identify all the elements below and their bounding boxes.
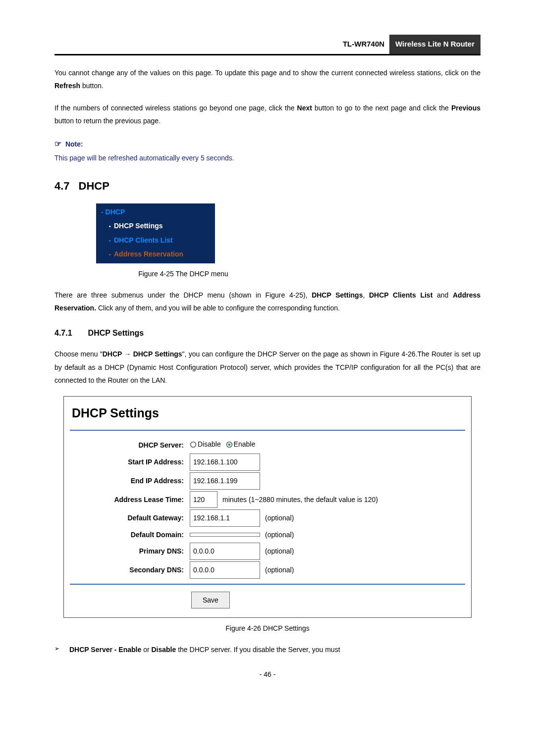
page-header: TL-WR740N Wireless Lite N Router (54, 35, 481, 55)
divider (70, 430, 465, 431)
input-primary-dns[interactable]: 0.0.0.0 (190, 543, 260, 560)
menu-item-dhcp-settings: •DHCP Settings (101, 219, 215, 233)
note-body: This page will be refreshed automaticall… (54, 151, 481, 165)
domain-hint: (optional) (260, 528, 294, 542)
paragraph-choose-menu: Choose menu "DHCP → DHCP Settings", you … (54, 348, 481, 387)
input-default-gateway[interactable]: 192.168.1.1 (190, 509, 260, 527)
radio-on-icon (226, 441, 233, 448)
label-lease-time: Address Lease Time: (70, 493, 190, 506)
svg-point-2 (228, 443, 230, 446)
paragraph-refresh: You cannot change any of the values on t… (54, 66, 481, 93)
gateway-hint: (optional) (260, 511, 294, 525)
section-heading-dhcp: 4.7DHCP (54, 176, 481, 197)
input-secondary-dns[interactable]: 0.0.0.0 (190, 561, 260, 579)
figure-4-26-caption: Figure 4-26 DHCP Settings (54, 622, 481, 635)
dhcp-settings-figure: DHCP Settings DHCP Server: Disable Enabl… (63, 396, 472, 618)
secondary-dns-hint: (optional) (260, 563, 294, 577)
label-default-gateway: Default Gateway: (70, 511, 190, 525)
svg-point-0 (191, 442, 196, 447)
input-start-ip[interactable]: 192.168.1.100 (190, 454, 260, 471)
input-default-domain[interactable] (190, 533, 260, 537)
input-end-ip[interactable]: 192.168.1.199 (190, 472, 260, 490)
dhcp-menu-figure: - DHCP •DHCP Settings •DHCP Clients List… (96, 203, 215, 263)
figure-4-25-caption: Figure 4-25 The DHCP menu (84, 267, 282, 281)
input-lease-time[interactable]: 120 (190, 491, 217, 508)
paragraph-submenus: There are three submenus under the DHCP … (54, 289, 481, 315)
bullet-dhcp-server: ➢ DHCP Server - Enable or Disable the DH… (54, 643, 481, 656)
model-label: TL-WR740N (338, 35, 389, 53)
label-primary-dns: Primary DNS: (70, 545, 190, 558)
menu-item-address-reservation: •Address Reservation (101, 247, 215, 261)
paragraph-nextprev: If the numbers of connected wireless sta… (54, 101, 481, 128)
product-label: Wireless Lite N Router (389, 35, 481, 54)
label-start-ip: Start IP Address: (70, 455, 190, 469)
label-default-domain: Default Domain: (70, 528, 190, 542)
radio-enable[interactable]: Enable (226, 438, 256, 451)
label-dhcp-server: DHCP Server: (70, 439, 190, 452)
radio-disable[interactable]: Disable (190, 438, 221, 451)
primary-dns-hint: (optional) (260, 545, 294, 558)
note-icon: ☞ (54, 137, 61, 151)
page-number: - 46 - (54, 668, 481, 681)
subsection-heading-dhcp-settings: 4.7.1DHCP Settings (54, 326, 481, 341)
radio-off-icon (190, 441, 197, 448)
note-title: Note: (65, 140, 83, 148)
lease-hint: minutes (1~2880 minutes, the default val… (217, 493, 378, 506)
dhcp-settings-title: DHCP Settings (72, 402, 465, 425)
label-secondary-dns: Secondary DNS: (70, 563, 190, 577)
save-button[interactable]: Save (191, 592, 230, 609)
note-block: ☞ Note: This page will be refreshed auto… (54, 137, 481, 165)
label-end-ip: End IP Address: (70, 474, 190, 488)
divider (70, 584, 465, 585)
bullet-icon: ➢ (54, 643, 69, 655)
menu-item-dhcp-clients-list: •DHCP Clients List (101, 233, 215, 248)
